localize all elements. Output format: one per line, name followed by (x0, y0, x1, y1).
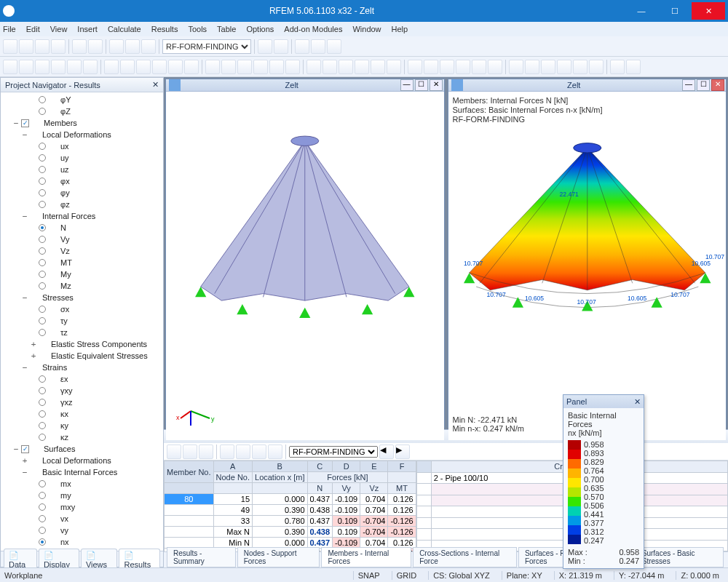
toolbar2-btn-37[interactable] (626, 60, 641, 74)
tree-item[interactable]: MT (4, 257, 163, 268)
nav-tab-results[interactable]: 📄 Results (119, 549, 160, 570)
table-tool-icon[interactable] (167, 445, 181, 459)
tree-item[interactable]: nx (4, 536, 163, 548)
tree-item[interactable]: +Local Deformations (4, 455, 163, 466)
toolbar2-btn-36[interactable] (610, 60, 625, 74)
status-snap[interactable]: SNAP (353, 571, 384, 580)
tree-item[interactable]: τy (4, 315, 163, 327)
toolbar2-btn-9[interactable] (152, 60, 167, 74)
menu-calculate[interactable]: Calculate (108, 25, 141, 33)
toolbar2-btn-15[interactable] (253, 60, 268, 74)
navigator-close-icon[interactable]: ✕ (152, 80, 159, 89)
toolbar2-btn-25[interactable] (424, 60, 438, 74)
tree-item[interactable]: ux (4, 140, 163, 152)
tree-item[interactable]: φY (4, 94, 163, 105)
toolbar2-btn-8[interactable] (136, 60, 151, 74)
tree-item[interactable]: +Elastic Stress Components (4, 338, 163, 350)
toolbar2-btn-4[interactable] (67, 60, 82, 74)
tree-item[interactable]: φZ (4, 105, 163, 117)
toolbar2-btn-3[interactable] (51, 60, 66, 74)
toolbar2-btn-28[interactable] (472, 60, 486, 74)
toolbar2-btn-20[interactable] (339, 60, 353, 74)
tree-item[interactable]: τz (4, 327, 163, 338)
tree-item[interactable]: My (4, 268, 163, 280)
table-tab[interactable]: Nodes - Support Forces (237, 547, 320, 567)
menu-add-on-modules[interactable]: Add-on Modules (284, 25, 342, 33)
toolbar2-btn-19[interactable] (323, 60, 337, 74)
toolbar2-btn-17[interactable] (285, 60, 300, 74)
tool-animate-icon[interactable] (327, 39, 341, 54)
table-lc-select[interactable]: RF-FORM-FINDING (289, 446, 378, 458)
tool-undo-icon[interactable] (72, 39, 87, 54)
table-tool-icon[interactable] (236, 445, 250, 459)
navigator-tree[interactable]: φY φZ−✓Members−Local Deformations ux uy … (1, 92, 163, 551)
results-table[interactable]: Member No.ABCDEFNode No.Location x [m]Fo… (164, 461, 416, 551)
tool-new-icon[interactable] (3, 39, 17, 54)
menu-edit[interactable]: Edit (26, 25, 40, 33)
toolbar2-btn-1[interactable] (19, 60, 33, 74)
tree-item[interactable]: +Elastic Equivalent Stresses (4, 350, 163, 362)
maximize-button[interactable]: ☐ (658, 2, 692, 20)
toolbar2-btn-27[interactable] (456, 60, 470, 74)
toolbar2-btn-30[interactable] (509, 60, 523, 74)
tool-open-icon[interactable] (19, 39, 33, 54)
menu-help[interactable]: Help (392, 25, 408, 33)
viewport-right[interactable]: Members: Internal Forces N [kN] Surfaces… (448, 92, 727, 440)
tool-results-icon[interactable] (311, 39, 325, 54)
toolbar2-btn-0[interactable] (3, 60, 17, 74)
tool-redo-icon[interactable] (88, 39, 103, 54)
nav-tab-display[interactable]: 📄 Display (39, 549, 79, 570)
toolbar2-btn-18[interactable] (306, 60, 321, 74)
tree-item[interactable]: γxy (4, 385, 163, 396)
loadcase-select[interactable]: RF-FORM-FINDING (162, 39, 251, 54)
toolbar2-btn-24[interactable] (408, 60, 422, 74)
table-next-icon[interactable]: ▶ (395, 445, 410, 459)
tree-item[interactable]: −Local Deformations (4, 129, 163, 140)
tree-item[interactable]: Mz (4, 280, 163, 292)
panel-close-icon[interactable]: ✕ (634, 397, 641, 407)
tree-item[interactable]: κx (4, 408, 163, 420)
view-minimize-button[interactable]: — (400, 79, 414, 91)
toolbar2-btn-14[interactable] (237, 60, 252, 74)
table-tool-icon[interactable] (252, 445, 266, 459)
legend-panel[interactable]: Panel✕ Basic Internal Forces nx [kN/m] 0… (563, 394, 644, 569)
tool-print-icon[interactable] (51, 39, 66, 54)
table-tab[interactable]: Results - Summary (167, 547, 236, 567)
tool-next-icon[interactable] (274, 39, 288, 54)
tree-item[interactable]: κy (4, 420, 163, 431)
tree-item[interactable]: vx (4, 513, 163, 525)
tree-item[interactable]: σx (4, 303, 163, 315)
tool-calc-icon[interactable] (295, 39, 309, 54)
view-maximize-button[interactable]: ☐ (415, 79, 428, 91)
view-maximize-button[interactable]: ☐ (697, 79, 710, 91)
tool-cut-icon[interactable] (109, 39, 124, 54)
tree-item[interactable]: uy (4, 152, 163, 164)
toolbar2-btn-13[interactable] (221, 60, 236, 74)
menu-insert[interactable]: Insert (77, 25, 98, 33)
tree-item[interactable]: Vy (4, 234, 163, 245)
toolbar2-btn-5[interactable] (83, 60, 98, 74)
view-close-button[interactable]: ✕ (430, 79, 443, 91)
view-close-button[interactable]: ✕ (711, 79, 724, 91)
tree-item[interactable]: −Basic Internal Forces (4, 466, 163, 478)
menu-results[interactable]: Results (151, 25, 178, 33)
status-grid[interactable]: GRID (392, 571, 422, 580)
menu-options[interactable]: Options (246, 25, 274, 33)
toolbar2-btn-6[interactable] (104, 60, 119, 74)
tree-item[interactable]: −Strains (4, 362, 163, 373)
toolbar2-btn-12[interactable] (205, 60, 220, 74)
table-tool-icon[interactable] (268, 445, 282, 459)
toolbar2-btn-23[interactable] (387, 60, 401, 74)
tool-copy-icon[interactable] (125, 39, 140, 54)
nav-tab-views[interactable]: 📄 Views (81, 549, 118, 570)
toolbar2-btn-33[interactable] (557, 60, 571, 74)
menu-file[interactable]: File (3, 25, 16, 33)
toolbar2-btn-29[interactable] (488, 60, 502, 74)
tree-item[interactable]: φx (4, 175, 163, 187)
tree-item[interactable]: φz (4, 199, 163, 210)
toolbar2-btn-31[interactable] (525, 60, 539, 74)
tree-item[interactable]: −✓Members (4, 117, 163, 129)
close-button[interactable]: ✕ (692, 2, 725, 20)
tree-item[interactable]: mxy (4, 501, 163, 513)
toolbar2-btn-21[interactable] (355, 60, 369, 74)
